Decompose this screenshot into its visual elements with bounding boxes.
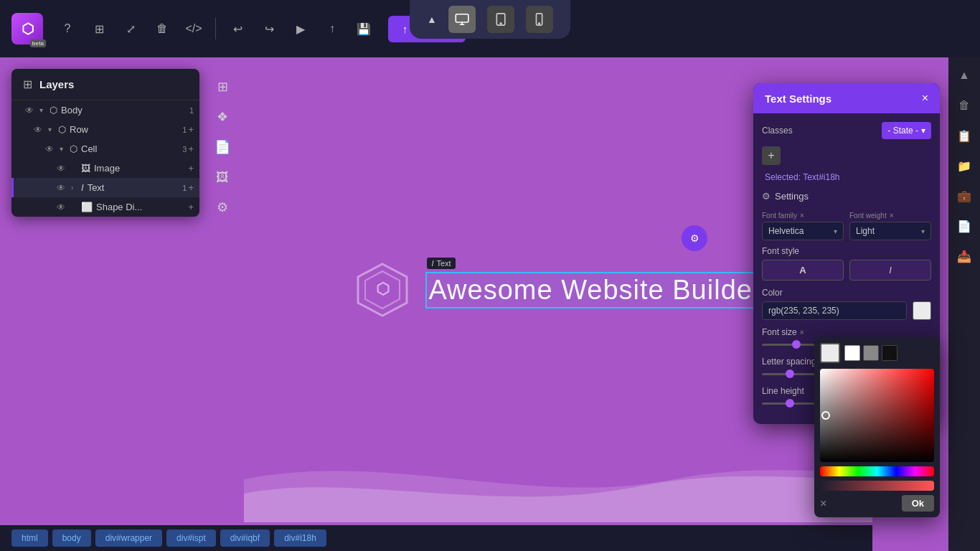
desktop-device-button[interactable] <box>448 6 476 33</box>
app-logo[interactable]: ⬡ beta <box>11 13 43 44</box>
right-sidebar-folder-icon[interactable]: 📁 <box>952 154 976 178</box>
grid-button[interactable]: ⊞ <box>86 16 112 42</box>
font-weight-x-btn[interactable]: × <box>890 212 894 220</box>
redo-button[interactable]: ↪ <box>256 16 282 42</box>
svg-text:⬡: ⬡ <box>376 280 390 298</box>
play-button[interactable]: ▶ <box>288 16 314 42</box>
settings-gear-icon: ⚙ <box>762 191 771 202</box>
cp-check-swatch[interactable] <box>844 345 860 361</box>
sidebar-image-icon[interactable]: 🖼 <box>210 165 235 189</box>
state-chevron: ▾ <box>921 126 925 136</box>
help-button[interactable]: ? <box>55 16 80 42</box>
right-sidebar-clipboard-icon[interactable]: 📋 <box>952 123 976 148</box>
layer-shape[interactable]: 👁 ⬜ Shape Di... + <box>11 197 199 217</box>
bold-style-button[interactable]: A <box>762 260 844 281</box>
expand-cell[interactable]: ▾ <box>60 145 68 153</box>
sidebar-settings-icon[interactable]: ⚙ <box>210 195 235 220</box>
add-image-btn[interactable]: + <box>188 163 194 174</box>
font-family-select[interactable]: Helvetica ▾ <box>762 222 844 240</box>
eye-icon-row[interactable]: 👁 <box>34 125 45 135</box>
layer-body[interactable]: 👁 ▾ ⬡ Body 1 <box>11 100 199 120</box>
cp-swatches-row <box>820 343 934 363</box>
cp-footer: × Ok <box>820 495 934 512</box>
settings-section[interactable]: ⚙ Settings <box>762 188 931 204</box>
font-weight-select[interactable]: Light ▾ <box>849 222 931 240</box>
layer-text-count: 1 <box>182 184 187 192</box>
save-button[interactable]: 💾 <box>351 16 377 42</box>
color-swatch[interactable] <box>913 301 931 320</box>
tablet-device-button[interactable] <box>487 6 514 33</box>
expand-row[interactable]: ▾ <box>48 126 57 133</box>
layer-cell[interactable]: 👁 ▾ ⬡ Cell 3 + <box>11 139 199 159</box>
panel-close-button[interactable]: × <box>922 92 928 105</box>
right-sidebar-inbox-icon[interactable]: 📥 <box>952 244 976 268</box>
cp-gradient-box[interactable] <box>820 369 934 462</box>
add-row-btn[interactable]: + <box>188 124 194 135</box>
cp-hue-bar[interactable] <box>820 466 934 476</box>
breadcrumb-divispt[interactable]: div#ispt <box>166 529 216 547</box>
layer-shape-name: Shape Di... <box>96 202 187 212</box>
device-selector: ▲ <box>410 0 570 39</box>
delete-button[interactable]: 🗑 <box>149 16 175 42</box>
right-sidebar-briefcase-icon[interactable]: 💼 <box>952 184 976 208</box>
breadcrumb-diviqbf[interactable]: div#iqbf <box>220 529 270 547</box>
expand-text[interactable]: › <box>71 184 80 192</box>
right-sidebar-doc-icon[interactable]: 📄 <box>952 214 976 238</box>
eye-icon-cell[interactable]: 👁 <box>45 144 57 154</box>
beta-badge: beta <box>30 39 46 47</box>
breadcrumb-divi18h[interactable]: div#i18h <box>274 529 326 547</box>
undo-button[interactable]: ↩ <box>225 16 250 42</box>
font-size-x-btn[interactable]: × <box>800 329 804 336</box>
add-text-btn[interactable]: + <box>188 182 194 193</box>
sidebar-page-icon[interactable]: 📄 <box>210 135 235 159</box>
eye-icon-text[interactable]: 👁 <box>57 183 68 193</box>
layer-row[interactable]: 👁 ▾ ⬡ Row 1 + <box>11 120 199 139</box>
breadcrumb-divwrapper[interactable]: div#wrapper <box>95 529 162 547</box>
color-value-input[interactable] <box>762 301 907 320</box>
layer-image-name: Image <box>94 163 187 174</box>
font-weight-arrow: ▾ <box>921 227 925 235</box>
state-dropdown[interactable]: - State - ▾ <box>882 122 931 139</box>
italic-style-button[interactable]: I <box>849 260 931 281</box>
color-picker-popup: × Ok <box>814 337 940 517</box>
image-icon: 🖼 <box>81 163 90 174</box>
add-cell-btn[interactable]: + <box>188 143 194 154</box>
fullscreen-button[interactable]: ⤢ <box>118 16 143 42</box>
publish-up-button[interactable]: ↑ <box>319 16 345 42</box>
breadcrumb-html[interactable]: html <box>11 529 48 547</box>
cp-black-swatch[interactable] <box>882 345 897 361</box>
expand-body[interactable]: ▾ <box>39 106 48 114</box>
right-sidebar-up-icon[interactable]: ▲ <box>952 63 976 88</box>
eye-icon-image[interactable]: 👁 <box>57 164 68 174</box>
state-label: - State - <box>887 126 918 136</box>
font-row: Font family × Helvetica ▾ Font weight × … <box>762 212 931 240</box>
sidebar-components-icon[interactable]: ❖ <box>210 105 235 129</box>
add-class-button[interactable]: + <box>762 146 781 165</box>
font-family-x-btn[interactable]: × <box>800 212 804 220</box>
code-button[interactable]: </> <box>181 16 207 42</box>
layer-cell-count: 3 <box>182 145 187 154</box>
mobile-device-button[interactable] <box>526 6 553 33</box>
cp-gray-swatch[interactable] <box>863 345 879 361</box>
layer-image[interactable]: 👁 🖼 Image + <box>11 159 199 178</box>
right-sidebar-delete-icon[interactable]: 🗑 <box>952 93 976 118</box>
device-arrow-up[interactable]: ▲ <box>427 14 437 25</box>
breadcrumb-body[interactable]: body <box>52 529 91 547</box>
settings-float-button[interactable]: ⚙ <box>682 225 707 251</box>
settings-section-label: Settings <box>775 191 809 202</box>
cp-opacity-bar[interactable] <box>820 481 934 491</box>
cp-ok-button[interactable]: Ok <box>902 495 934 512</box>
cp-cancel-button[interactable]: × <box>820 497 826 510</box>
right-sidebar: ▲ 🗑 📋 📁 💼 📄 📥 <box>948 57 980 551</box>
add-shape-btn[interactable]: + <box>188 202 194 212</box>
brand-text[interactable]: Awesome Website Builder <box>428 275 762 306</box>
layer-text[interactable]: 👁 › I Text 1 + <box>11 178 199 197</box>
eye-icon-shape[interactable]: 👁 <box>57 202 68 212</box>
cp-swatch-row <box>844 345 897 361</box>
cp-white-swatch[interactable] <box>820 343 840 363</box>
font-family-label: Font family × <box>762 212 844 220</box>
layer-text-name: Text <box>88 182 180 193</box>
layer-row-name: Row <box>70 124 179 135</box>
eye-icon-body[interactable]: 👁 <box>25 105 37 116</box>
sidebar-layers-icon[interactable]: ⊞ <box>210 75 235 99</box>
